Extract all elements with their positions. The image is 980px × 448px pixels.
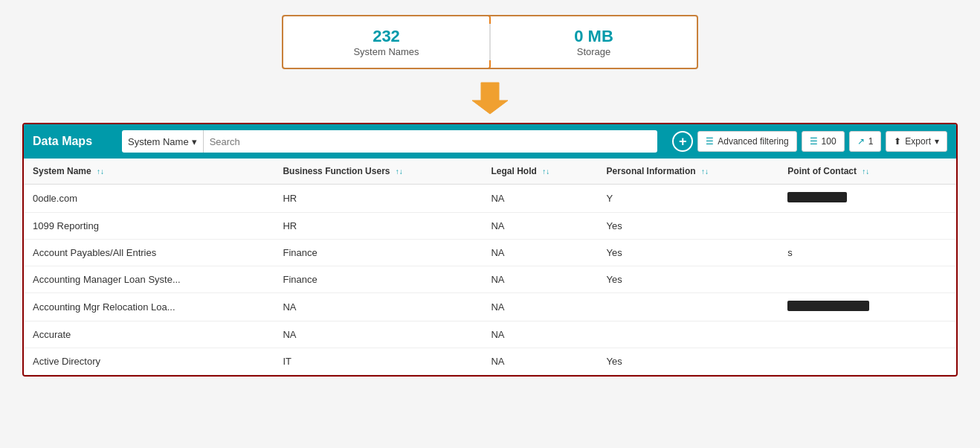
cell-personal-info: Yes [598,213,779,240]
cell-personal-info: Yes [598,348,779,375]
storage-stat[interactable]: 0 MB Storage [491,16,697,68]
page-icon: ↗ [857,136,865,147]
sort-icon-system-name: ↑↓ [97,167,104,176]
cell-actions [929,185,956,213]
records-count-button[interactable]: ☰ 100 [802,131,845,152]
cell-system-name[interactable]: 1099 Reporting [24,213,274,240]
data-maps-title: Data Maps [33,135,107,148]
search-bar: System Name ▾ [122,130,657,153]
col-actions [929,159,956,185]
cell-personal-info [598,321,779,348]
cell-legal-hold: NA [482,185,597,213]
cell-personal-info: Y [598,185,779,213]
export-chevron-icon: ▾ [935,136,939,147]
cell-personal-info: Yes [598,266,779,293]
records-count: 100 [822,136,836,147]
table-row: Accounting Mgr Relocation Loa...NANA [24,293,956,321]
cell-system-name[interactable]: Accounting Mgr Relocation Loa... [24,293,274,321]
col-poc-label: Point of Contact [787,166,857,176]
cell-legal-hold: NA [482,266,597,293]
table-row: Account Payables/All EntriesFinanceNAYes… [24,240,956,266]
arrow-container [15,77,965,115]
filter-icon: ☰ [706,136,714,147]
cell-business-function: NA [274,321,482,348]
system-names-stat[interactable]: 232 System Names [282,15,491,69]
cell-business-function: HR [274,213,482,240]
cell-legal-hold: NA [482,348,597,375]
system-names-label: System Names [298,46,474,57]
table-row: AccurateNANA [24,321,956,348]
cell-business-function: Finance [274,266,482,293]
redacted-bar [787,192,847,202]
cell-point-of-contact [778,185,929,213]
system-names-count: 232 [298,27,474,46]
col-system-name[interactable]: System Name ↑↓ [24,159,274,185]
export-icon: ⬆ [894,136,901,147]
cell-point-of-contact [778,266,929,293]
sort-icon-personal-info: ↑↓ [701,167,709,176]
table-row: 0odle.comHRNAY [24,185,956,213]
table-row: 1099 ReportingHRNAYes [24,213,956,240]
table-header-row: System Name ↑↓ Business Function Users ↑… [24,159,956,185]
cell-legal-hold: NA [482,240,597,266]
col-business-function[interactable]: Business Function Users ↑↓ [274,159,482,185]
cell-actions [929,266,956,293]
cell-personal-info [598,293,779,321]
search-input[interactable] [204,136,658,147]
cell-point-of-contact [778,213,929,240]
cell-system-name[interactable]: Account Payables/All Entries [24,240,274,266]
col-legal-hold-label: Legal Hold [491,166,536,176]
redacted-bar [787,301,869,311]
sort-icon-business-function: ↑↓ [396,167,403,176]
cell-business-function: IT [274,348,482,375]
cell-system-name[interactable]: Active Directory [24,348,274,375]
stats-box: 232 System Names 0 MB Storage [282,15,698,69]
cell-legal-hold: NA [482,293,597,321]
col-personal-info[interactable]: Personal Information ↑↓ [598,159,779,185]
export-button[interactable]: ⬆ Export ▾ [886,131,947,152]
down-arrow-icon [471,77,509,115]
col-point-of-contact[interactable]: Point of Contact ↑↓ [778,159,929,185]
sort-icon-legal-hold: ↑↓ [542,167,549,176]
data-table: System Name ↑↓ Business Function Users ↑… [24,159,956,375]
advanced-filtering-label: Advanced filtering [718,136,788,147]
table-row: Accounting Manager Loan Syste...FinanceN… [24,266,956,293]
stats-container: 232 System Names 0 MB Storage [15,15,965,69]
records-icon: ☰ [810,136,818,147]
cell-point-of-contact [778,321,929,348]
cell-legal-hold: NA [482,321,597,348]
cell-actions [929,240,956,266]
cell-system-name[interactable]: Accurate [24,321,274,348]
cell-actions [929,348,956,375]
cell-business-function: HR [274,185,482,213]
add-button[interactable]: + [672,131,693,152]
pages-count-button[interactable]: ↗ 1 [849,131,882,152]
col-legal-hold[interactable]: Legal Hold ↑↓ [482,159,597,185]
sort-icon-poc: ↑↓ [862,167,869,176]
data-maps-section: Data Maps System Name ▾ + ☰ Advanced fil… [22,123,958,377]
storage-count: 0 MB [506,27,682,46]
cell-actions [929,213,956,240]
cell-actions [929,321,956,348]
col-business-function-label: Business Function Users [283,166,390,176]
cell-system-name[interactable]: 0odle.com [24,185,274,213]
cell-legal-hold: NA [482,213,597,240]
cell-business-function: Finance [274,240,482,266]
svg-marker-0 [472,83,508,114]
cell-system-name[interactable]: Accounting Manager Loan Syste... [24,266,274,293]
storage-label: Storage [506,46,682,57]
search-dropdown[interactable]: System Name ▾ [122,130,204,153]
cell-point-of-contact [778,293,929,321]
cell-personal-info: Yes [598,240,779,266]
header-actions: + ☰ Advanced filtering ☰ 100 ↗ 1 ⬆ Expor… [672,131,947,152]
data-maps-header: Data Maps System Name ▾ + ☰ Advanced fil… [24,124,956,159]
export-label: Export [905,136,931,147]
cell-point-of-contact [778,348,929,375]
chevron-down-icon: ▾ [192,136,197,147]
pages-count: 1 [868,136,874,147]
cell-actions [929,293,956,321]
cell-point-of-contact: s [778,240,929,266]
table-row: Active DirectoryITNAYes [24,348,956,375]
advanced-filtering-button[interactable]: ☰ Advanced filtering [697,131,796,152]
col-personal-info-label: Personal Information [607,166,696,176]
